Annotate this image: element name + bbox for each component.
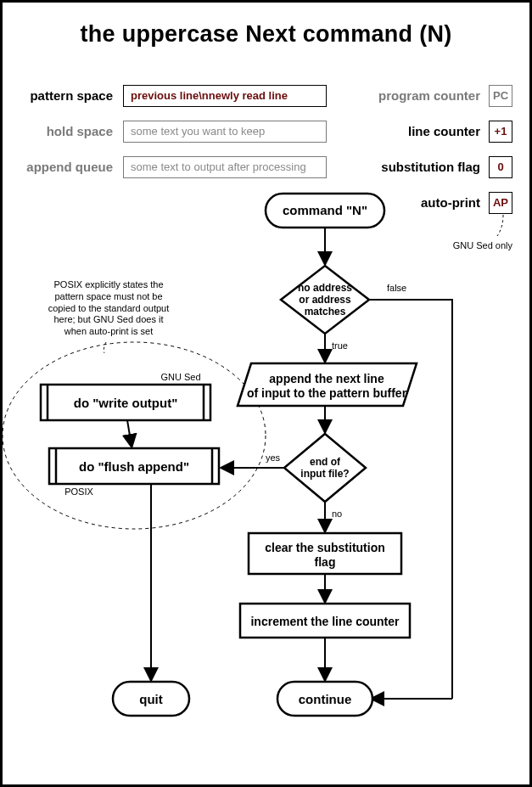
label-append-queue: append queue: [3, 160, 113, 174]
node-process-increment: increment the line counter: [240, 604, 410, 638]
page-title: the uppercase Next command (N): [3, 21, 529, 48]
svg-marker-16: [284, 434, 366, 502]
svg-text:yes: yes: [266, 453, 281, 463]
box-program-counter: PC: [489, 85, 512, 107]
svg-point-0: [3, 342, 266, 529]
svg-text:no address: no address: [298, 282, 352, 294]
diagram-frame: the uppercase Next command (N) pattern s…: [0, 0, 532, 787]
svg-text:command "N": command "N": [283, 203, 367, 217]
svg-text:GNU Sed: GNU Sed: [160, 372, 200, 382]
field-append-queue: some text to output after processing: [123, 156, 327, 178]
node-terminal-continue: continue: [277, 682, 372, 716]
svg-text:clear the substitution: clear the substitution: [265, 541, 385, 554]
box-substitution-flag: 0: [489, 156, 512, 178]
node-decision-eof: end of input file?: [284, 434, 366, 502]
node-sub-flush-append: do "flush append" POSIX: [49, 448, 219, 497]
svg-text:false: false: [387, 283, 406, 293]
note-gnu-only: GNU Sed only: [445, 240, 512, 252]
field-pattern-space: previous line\nnewly read line: [123, 85, 327, 107]
label-pattern-space: pattern space: [3, 88, 113, 103]
svg-rect-42: [113, 682, 189, 716]
svg-text:append the next line: append the next line: [269, 372, 384, 385]
svg-text:input file?: input file?: [300, 468, 349, 480]
svg-line-33: [127, 420, 132, 446]
box-auto-print: AP: [489, 192, 512, 214]
svg-text:do "flush append": do "flush append": [79, 459, 189, 474]
svg-text:no: no: [332, 509, 342, 519]
node-decision-address: no address or address matches: [281, 266, 369, 334]
svg-rect-23: [41, 385, 210, 420]
svg-text:POSIX: POSIX: [64, 486, 93, 497]
svg-rect-35: [249, 533, 401, 574]
svg-text:of input to the pattern buffer: of input to the pattern buffer: [247, 386, 407, 400]
node-sub-write-output: do "write output" GNU Sed: [41, 372, 210, 420]
label-auto-print: auto-print: [361, 195, 480, 210]
node-process-clear-flag: clear the substitution flag: [249, 533, 401, 574]
svg-text:flag: flag: [315, 555, 336, 569]
svg-text:matches: matches: [305, 306, 346, 318]
node-io-append: append the next line of input to the pat…: [238, 363, 417, 406]
note-posix: POSIX explicitly states the pattern spac…: [20, 279, 198, 338]
svg-marker-4: [281, 266, 369, 334]
svg-text:increment the line counter: increment the line counter: [250, 615, 400, 628]
field-hold-space: some text you want to keep: [123, 121, 327, 143]
svg-rect-44: [277, 682, 372, 716]
svg-text:true: true: [332, 340, 348, 351]
label-program-counter: program counter: [361, 88, 480, 103]
node-terminal-quit: quit: [113, 682, 189, 716]
svg-text:quit: quit: [139, 692, 163, 706]
box-line-counter: +1: [489, 121, 512, 143]
label-hold-space: hold space: [3, 124, 113, 138]
svg-marker-12: [238, 363, 417, 406]
svg-rect-39: [240, 604, 410, 638]
svg-text:end of: end of: [310, 456, 341, 468]
label-substitution-flag: substitution flag: [361, 160, 480, 174]
svg-text:continue: continue: [299, 692, 352, 706]
svg-rect-28: [49, 448, 219, 484]
label-line-counter: line counter: [361, 124, 480, 138]
svg-text:do "write output": do "write output": [74, 396, 178, 410]
svg-text:or address: or address: [299, 294, 351, 306]
